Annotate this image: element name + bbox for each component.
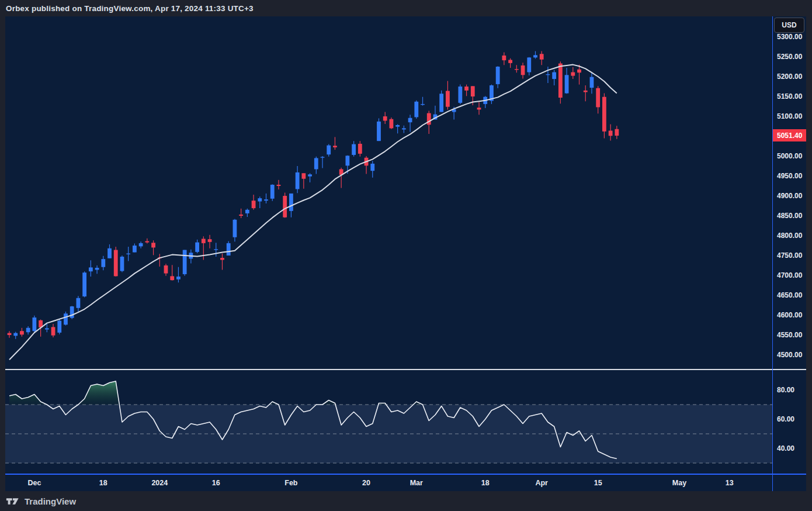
- tradingview-attribution[interactable]: TradingView: [0, 491, 812, 511]
- price-tick-label: 4700.00: [777, 271, 802, 280]
- time-tick-label: Mar: [410, 475, 423, 491]
- candle: [314, 158, 318, 169]
- price-axis[interactable]: USD 5051.40 5300.005250.005200.005150.00…: [772, 16, 806, 491]
- candle: [95, 268, 99, 270]
- candle: [596, 88, 600, 108]
- candle: [377, 122, 381, 141]
- candle: [8, 333, 12, 335]
- tradingview-snapshot: Orbex published on TradingView.com, Apr …: [0, 0, 812, 511]
- candle: [552, 72, 556, 80]
- rsi-chart: [5, 370, 772, 474]
- candle: [590, 77, 594, 88]
- price-tick-label: 4900.00: [777, 191, 802, 201]
- candle: [252, 201, 256, 208]
- candle: [120, 257, 124, 271]
- candle: [471, 86, 475, 96]
- candle: [202, 239, 206, 243]
- price-tick-label: 4800.00: [777, 231, 802, 240]
- candle: [151, 243, 155, 247]
- tradingview-logo-icon: [6, 496, 19, 507]
- candle: [164, 265, 168, 274]
- candle: [258, 198, 262, 201]
- candle: [277, 185, 281, 186]
- candle: [508, 60, 512, 63]
- candlestick-chart: [5, 16, 772, 369]
- candle: [176, 277, 181, 279]
- candle: [208, 239, 212, 242]
- candle: [515, 69, 519, 70]
- candle: [577, 70, 581, 72]
- candle: [214, 249, 218, 250]
- candle: [245, 210, 249, 213]
- candle: [546, 74, 550, 75]
- time-tick-label: Feb: [284, 475, 297, 491]
- candle: [26, 328, 30, 332]
- tradingview-brand-text: TradingView: [25, 496, 76, 506]
- candle: [107, 248, 112, 258]
- candle: [264, 199, 268, 201]
- price-tick-label: 5100.00: [777, 112, 802, 121]
- rsi-tick-label: 60.00: [777, 415, 794, 424]
- candle: [145, 241, 149, 243]
- time-tick-label: Apr: [535, 475, 548, 491]
- candle: [602, 97, 606, 132]
- candle: [584, 91, 588, 92]
- candle: [170, 276, 174, 280]
- rsi-pane[interactable]: [5, 370, 772, 474]
- candle: [370, 164, 374, 171]
- candle: [13, 333, 18, 336]
- candle: [383, 116, 387, 120]
- candle: [77, 298, 81, 308]
- candle: [20, 331, 24, 334]
- candle: [308, 174, 312, 176]
- candle: [289, 194, 293, 211]
- ma-line: [9, 65, 617, 360]
- candle: [427, 113, 431, 125]
- last-price-badge: 5051.40: [773, 129, 806, 141]
- candle: [390, 119, 394, 129]
- candle: [502, 56, 506, 60]
- candle: [82, 272, 86, 296]
- candle: [183, 250, 187, 274]
- currency-toggle-button[interactable]: USD: [774, 18, 804, 33]
- price-tick-label: 5200.00: [777, 72, 802, 81]
- candle: [233, 220, 237, 237]
- candle: [64, 313, 68, 324]
- candle: [408, 118, 412, 122]
- candle: [352, 144, 356, 155]
- candle: [321, 157, 325, 157]
- time-tick-label: 18: [481, 475, 490, 491]
- rsi-tick-label: 40.00: [777, 444, 794, 453]
- candle: [458, 87, 462, 103]
- candle: [402, 128, 406, 129]
- price-tick-label: 4550.00: [777, 330, 802, 340]
- time-axis[interactable]: Dec18202416Feb20Mar18Apr15May13: [5, 475, 806, 491]
- candle: [521, 65, 525, 75]
- time-tick-label: Dec: [27, 475, 41, 491]
- candle: [270, 185, 275, 199]
- candles: [8, 51, 619, 339]
- chart-area: Dec18202416Feb20Mar18Apr15May13 USD 5051…: [5, 16, 806, 491]
- price-tick-label: 4500.00: [777, 350, 802, 360]
- price-tick-label: 4750.00: [777, 251, 802, 260]
- candle: [283, 196, 287, 217]
- price-tick-label: 4950.00: [777, 171, 802, 181]
- price-tick-label: 4650.00: [777, 291, 802, 300]
- price-tick-label: 5000.00: [777, 151, 802, 161]
- time-tick-label: 15: [594, 475, 602, 491]
- price-tick-label: 4600.00: [777, 310, 802, 320]
- candle: [464, 87, 469, 91]
- price-pane[interactable]: [5, 16, 772, 369]
- candle: [45, 328, 49, 329]
- candle: [446, 91, 450, 106]
- candle: [345, 156, 349, 165]
- candle: [220, 258, 224, 260]
- candle: [239, 215, 243, 216]
- price-tick-label: 4850.00: [777, 211, 802, 220]
- candle: [296, 172, 300, 189]
- candle: [301, 173, 306, 179]
- candle: [133, 246, 137, 253]
- candle: [496, 67, 500, 84]
- candle: [195, 243, 199, 252]
- candle: [477, 108, 481, 109]
